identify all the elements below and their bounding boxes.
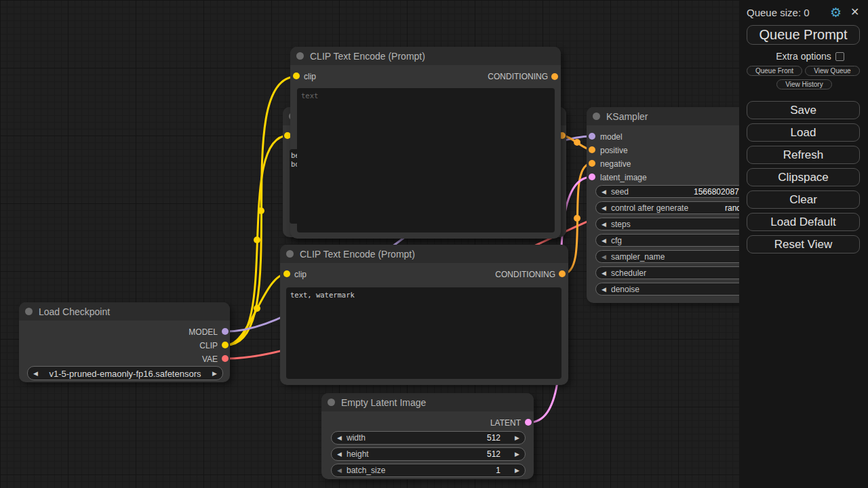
node-title: CLIP Text Encode (Prompt): [300, 249, 415, 260]
model-input-slot[interactable]: [589, 133, 595, 140]
decrement-arrow-icon[interactable]: ◀: [601, 205, 606, 211]
link-midpoint-dot[interactable]: [254, 237, 260, 243]
model-input-label: model: [600, 132, 623, 142]
negative-input-slot[interactable]: [589, 160, 595, 167]
node-title-bar[interactable]: CLIP Text Encode (Prompt): [280, 245, 568, 263]
collapse-dot-icon[interactable]: [593, 113, 600, 120]
ckpt-name-value: v1-5-pruned-emaonly-fp16.safetensors: [28, 368, 222, 378]
link-midpoint-dot[interactable]: [254, 305, 260, 312]
vae-output-label: VAE: [202, 354, 218, 364]
comfy-menu-panel: Queue size: 0 ⚙ ✕ Queue Prompt Extra opt…: [739, 0, 868, 488]
decrement-arrow-icon[interactable]: ◀: [601, 270, 606, 277]
widget-label: denoise: [611, 285, 639, 294]
load-default-button[interactable]: Load Default: [747, 213, 860, 231]
decrement-arrow-icon[interactable]: ◀: [601, 221, 606, 228]
widget-label: seed: [611, 187, 629, 197]
node-title: KSampler: [606, 111, 648, 122]
extra-options-checkbox[interactable]: [835, 52, 844, 61]
model-output-label: MODEL: [189, 327, 218, 337]
conditioning-output-label: CONDITIONING: [488, 72, 548, 81]
conditioning-output-label: CONDITIONING: [495, 270, 555, 279]
queue-prompt-button[interactable]: Queue Prompt: [747, 25, 860, 45]
positive-input-label: positive: [600, 146, 628, 155]
queue-front-button[interactable]: Queue Front: [747, 66, 802, 76]
latent-image-input-label: latent_image: [600, 173, 647, 182]
clip-output-label: CLIP: [199, 341, 218, 350]
widget-label: width: [347, 433, 366, 443]
conditioning-output-slot[interactable]: [551, 73, 558, 80]
vae-output-slot[interactable]: [222, 355, 229, 362]
decrement-arrow-icon[interactable]: ◀: [337, 467, 342, 474]
clipspace-button[interactable]: Clipspace: [747, 168, 860, 186]
node-title-bar[interactable]: Empty Latent Image: [321, 393, 534, 411]
save-button[interactable]: Save: [747, 101, 860, 119]
reset-view-button[interactable]: Reset View: [747, 235, 860, 253]
widget-label: height: [347, 449, 369, 459]
refresh-button[interactable]: Refresh: [747, 146, 860, 164]
view-queue-button[interactable]: View Queue: [805, 66, 860, 76]
decrement-arrow-icon[interactable]: ◀: [601, 253, 606, 260]
decrement-arrow-icon[interactable]: ◀: [601, 237, 606, 244]
decrement-arrow-icon[interactable]: ◀: [337, 451, 342, 458]
widget-value: 1: [496, 466, 500, 475]
latent-output-slot[interactable]: [525, 419, 532, 426]
collapse-dot-icon[interactable]: [286, 250, 294, 258]
widget-label: cfg: [611, 236, 622, 245]
widget-value: 512: [487, 433, 500, 443]
negative-prompt-textarea[interactable]: text, watermark: [286, 287, 561, 379]
extra-options-label: Extra options: [739, 51, 868, 62]
view-history-button[interactable]: View History: [776, 79, 832, 89]
clip-input-slot[interactable]: [293, 73, 300, 79]
increment-arrow-icon[interactable]: ▶: [212, 370, 217, 377]
node-title: CLIP Text Encode (Prompt): [310, 51, 425, 62]
widget-label: scheduler: [611, 268, 646, 278]
clip-output-slot[interactable]: [222, 342, 229, 348]
latent-output-label: LATENT: [490, 418, 521, 428]
height-widget[interactable]: ◀ height 512 ▶: [331, 447, 526, 461]
model-output-slot[interactable]: [222, 328, 229, 335]
decrement-arrow-icon[interactable]: ◀: [337, 434, 342, 441]
empty-prompt-textarea[interactable]: text: [297, 88, 555, 232]
close-icon[interactable]: ✕: [850, 5, 859, 18]
link-midpoint-dot[interactable]: [258, 207, 264, 214]
collapse-dot-icon[interactable]: [25, 308, 33, 315]
negative-input-label: negative: [600, 159, 631, 169]
link-midpoint-dot[interactable]: [574, 215, 580, 222]
collapse-dot-icon[interactable]: [296, 52, 304, 60]
node-load-checkpoint[interactable]: Load Checkpoint MODEL CLIP VAE ◀ v1-5-pr…: [19, 302, 230, 382]
node-title-bar[interactable]: Load Checkpoint: [19, 302, 230, 321]
node-title: Empty Latent Image: [341, 397, 426, 408]
widget-value: 512: [487, 449, 500, 459]
conditioning-output-slot[interactable]: [559, 270, 566, 277]
positive-input-slot[interactable]: [589, 146, 595, 153]
batch-size-widget[interactable]: ◀ batch_size 1 ▶: [331, 464, 526, 477]
widget-label: sampler_name: [611, 252, 665, 262]
node-empty-latent-image[interactable]: Empty Latent Image LATENT ◀ width 512 ▶ …: [321, 393, 534, 479]
widget-label: batch_size: [347, 466, 385, 475]
clip-input-label: clip: [294, 270, 307, 279]
ckpt-name-widget[interactable]: ◀ v1-5-pruned-emaonly-fp16.safetensors ▶: [27, 366, 223, 380]
widget-label: steps: [611, 220, 631, 229]
decrement-arrow-icon[interactable]: ◀: [601, 286, 606, 293]
node-title-bar[interactable]: CLIP Text Encode (Prompt): [290, 47, 561, 65]
widget-value: 1566802087: [694, 187, 739, 197]
increment-arrow-icon[interactable]: ▶: [515, 467, 519, 474]
settings-gear-icon[interactable]: ⚙: [830, 5, 842, 20]
increment-arrow-icon[interactable]: ▶: [515, 434, 519, 441]
load-button[interactable]: Load: [747, 123, 860, 142]
queue-size-label: Queue size: 0: [747, 7, 810, 18]
width-widget[interactable]: ◀ width 512 ▶: [331, 431, 526, 445]
increment-arrow-icon[interactable]: ▶: [515, 451, 519, 458]
comfyui-canvas[interactable]: CLIP Text Encode (Prompt) clip CONDITION…: [0, 0, 868, 488]
widget-label: control after generate: [611, 203, 688, 213]
decrement-arrow-icon[interactable]: ◀: [601, 188, 606, 195]
latent-image-input-slot[interactable]: [589, 174, 595, 180]
clip-input-slot[interactable]: [283, 270, 290, 277]
link-midpoint-dot[interactable]: [574, 139, 580, 146]
clip-input-label: clip: [304, 72, 316, 81]
node-title: Load Checkpoint: [39, 306, 110, 317]
clear-button[interactable]: Clear: [747, 190, 860, 209]
collapse-dot-icon[interactable]: [328, 399, 335, 406]
